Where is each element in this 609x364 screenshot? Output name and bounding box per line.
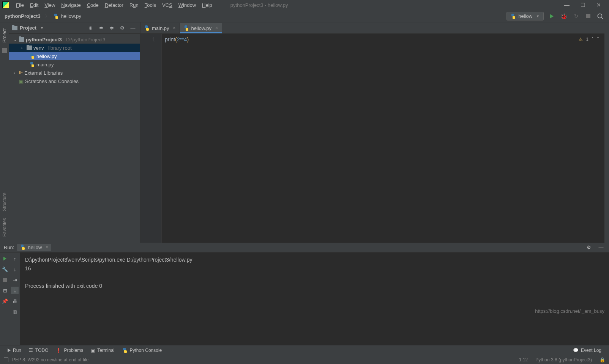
cursor xyxy=(189,36,189,43)
svg-line-1 xyxy=(601,17,603,19)
bottom-tab-python-console[interactable]: Python Console xyxy=(118,348,166,353)
pin-button[interactable]: 📌 xyxy=(1,297,9,305)
library-icon: ⊪ xyxy=(19,70,23,75)
bookmark-icon[interactable] xyxy=(2,48,7,53)
bottom-tab-terminal[interactable]: ▣Terminal xyxy=(87,348,118,353)
editor-tab-main[interactable]: main.py × xyxy=(140,23,180,33)
up-button[interactable]: ↑ xyxy=(11,255,19,262)
expand-icon[interactable]: › xyxy=(14,71,17,75)
inspection-widget[interactable]: ⚠ 1 ˄ ˅ xyxy=(579,37,599,42)
editor-tabs: main.py × hellow.py × xyxy=(140,22,604,34)
locate-button[interactable]: ⊕ xyxy=(86,24,95,32)
interpreter-selector[interactable]: Python 3.8 (pythonProject3) xyxy=(535,357,592,362)
rail-favorites-tab[interactable]: Favorites xyxy=(2,216,7,239)
run-config-selector[interactable]: hellow ▼ xyxy=(506,12,544,20)
wrench-button[interactable]: 🔧 xyxy=(1,265,9,273)
menu-tools[interactable]: Tools xyxy=(142,0,159,10)
window-title: pythonProject3 - hellow.py xyxy=(230,2,288,8)
minimize-button[interactable]: — xyxy=(564,2,570,8)
lock-icon[interactable]: 🔒 xyxy=(600,357,605,362)
menu-view[interactable]: View xyxy=(41,0,58,10)
tree-external-libraries[interactable]: › ⊪ External Libraries xyxy=(9,69,140,77)
search-everywhere-button[interactable] xyxy=(596,12,604,20)
folder-icon xyxy=(19,37,24,42)
run-button[interactable] xyxy=(547,12,556,20)
token-number: 2**4 xyxy=(177,36,187,42)
hide-run-button[interactable]: — xyxy=(597,243,605,251)
tree-venv[interactable]: › venv library root xyxy=(9,44,140,52)
code-line-1[interactable]: print(2**4) xyxy=(165,35,604,44)
run-panel-label: Run: xyxy=(4,245,14,250)
editor-tab-hellow[interactable]: hellow.py × xyxy=(180,23,222,33)
collapse-all-button[interactable]: ≑ xyxy=(107,24,116,32)
trash-button[interactable]: 🗑 xyxy=(11,308,19,315)
python-file-icon xyxy=(122,348,128,353)
stop-button[interactable] xyxy=(584,12,592,20)
file-name: main.py xyxy=(36,62,54,67)
rerun-button[interactable]: ↻ xyxy=(572,12,580,20)
tool-window-quick-access-icon[interactable] xyxy=(4,358,8,362)
close-button[interactable]: ✕ xyxy=(596,2,601,8)
soft-wrap-button[interactable]: ⇥ xyxy=(11,276,19,284)
console-output[interactable]: D:\pythonProject3\venv\Scripts\python.ex… xyxy=(20,253,609,345)
menu-run[interactable]: Run xyxy=(126,0,142,10)
run-session-tab[interactable]: hellow × xyxy=(17,244,51,251)
tree-scratches[interactable]: ▣ Scratches and Consoles xyxy=(9,77,140,85)
rail-project-tab[interactable]: Project xyxy=(2,26,7,45)
run-settings-button[interactable]: ⚙ xyxy=(585,243,593,251)
expand-all-button[interactable]: ≐ xyxy=(97,24,105,32)
menu-code[interactable]: Code xyxy=(84,0,102,10)
tree-file-main[interactable]: main.py xyxy=(9,60,140,69)
next-highlight-icon[interactable]: ˅ xyxy=(597,37,599,42)
close-tab-icon[interactable]: × xyxy=(46,245,48,250)
right-rail xyxy=(604,22,609,243)
expand-icon[interactable]: › xyxy=(21,46,25,50)
play-icon xyxy=(8,348,11,352)
python-file-icon xyxy=(184,25,189,31)
bottom-tab-event-log[interactable]: 💬Event Log xyxy=(569,348,605,353)
python-file-icon xyxy=(30,53,35,59)
debug-button[interactable]: 🐞 xyxy=(560,12,568,20)
close-tab-icon[interactable]: × xyxy=(173,25,176,31)
breadcrumb-project[interactable]: pythonProject3 xyxy=(5,13,41,19)
settings-button[interactable]: ⚙ xyxy=(118,24,126,32)
close-tab-icon[interactable]: × xyxy=(215,25,218,31)
scroll-end-button[interactable]: ⤓ xyxy=(11,287,19,294)
menu-file[interactable]: File xyxy=(13,0,27,10)
down-button[interactable]: ↓ xyxy=(11,265,19,273)
code-editor[interactable]: 1 print(2**4) ⚠ 1 ˄ ˅ xyxy=(140,34,604,243)
rerun-button[interactable] xyxy=(1,255,9,262)
left-tool-rail: Project Structure Favorites xyxy=(0,22,9,243)
chevron-down-icon: ▼ xyxy=(536,14,540,18)
menu-refactor[interactable]: Refactor xyxy=(102,0,126,10)
bottom-tab-problems[interactable]: ❗Problems xyxy=(52,348,87,353)
menu-vcs[interactable]: VCS xyxy=(159,0,175,10)
print-button[interactable]: 🖶 xyxy=(11,297,19,305)
breadcrumb-file[interactable]: hellow.py xyxy=(61,13,81,19)
project-tool-window: Project ▼ ⊕ ≐ ≑ ⚙ — ⌄ pythonProject3 D:\… xyxy=(9,22,140,243)
bottom-tab-run[interactable]: Run xyxy=(4,348,25,353)
tree-root[interactable]: ⌄ pythonProject3 D:\pythonProject3 xyxy=(9,35,140,44)
run-panel-header: Run: hellow × ⚙ — xyxy=(0,243,609,252)
token-fn: print xyxy=(165,36,175,42)
project-view-selector[interactable]: Project ▼ xyxy=(12,25,44,31)
maximize-button[interactable]: ☐ xyxy=(580,2,585,8)
bottom-tab-todo[interactable]: ☰TODO xyxy=(25,348,52,353)
run-stop-button[interactable] xyxy=(1,276,9,284)
expand-icon[interactable]: ⌄ xyxy=(14,38,17,42)
tree-file-hellow[interactable]: hellow.py xyxy=(9,52,140,60)
console-cmd: D:\pythonProject3\venv\Scripts\python.ex… xyxy=(25,257,192,263)
layout-button[interactable]: ⊟ xyxy=(1,287,9,294)
python-file-icon xyxy=(144,25,150,31)
hide-button[interactable]: — xyxy=(129,24,137,32)
menu-navigate[interactable]: Navigate xyxy=(58,0,84,10)
prev-highlight-icon[interactable]: ˄ xyxy=(592,37,594,42)
menu-window[interactable]: Window xyxy=(175,0,199,10)
search-icon xyxy=(597,13,604,20)
play-icon xyxy=(3,257,6,260)
run-tool-window: 🔧 ⊟ 📌 ↑ ↓ ⇥ ⤓ 🖶 🗑 D:\pythonProject3\venv… xyxy=(0,252,609,345)
menu-edit[interactable]: Edit xyxy=(27,0,41,10)
menu-help[interactable]: Help xyxy=(199,0,215,10)
cursor-position[interactable]: 1:12 xyxy=(519,357,528,362)
rail-structure-tab[interactable]: Structure xyxy=(2,190,7,213)
